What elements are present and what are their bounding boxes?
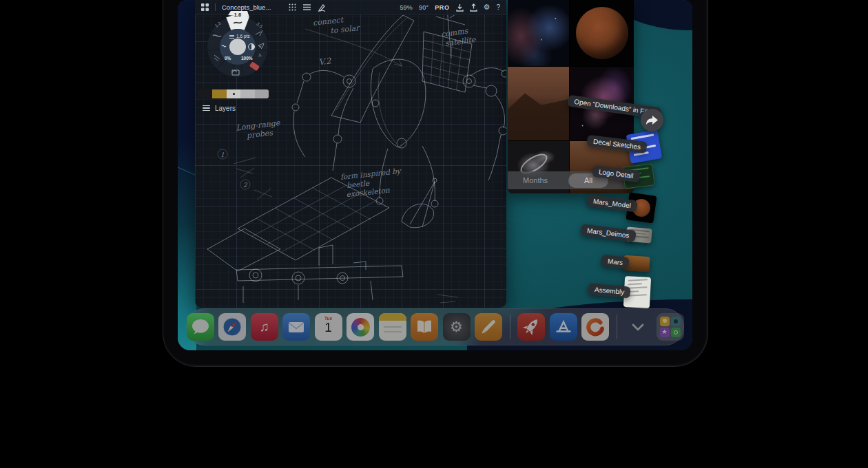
opacity-min: 0% — [225, 56, 231, 61]
layers-button[interactable]: Layers — [203, 104, 236, 112]
help-button[interactable]: ? — [496, 3, 500, 11]
export-share-icon[interactable] — [470, 3, 477, 12]
music-note-glyph: ♫ — [251, 313, 278, 341]
ipad-screen: 1 2 connect to solar comms satellite V.2… — [178, 0, 692, 350]
drag-label-mars[interactable]: Mars — [601, 255, 630, 269]
annotation-version: V.2 — [318, 56, 333, 67]
calendar-app-icon[interactable]: Tue 1 — [315, 313, 342, 341]
photo-mars-landscape[interactable] — [508, 67, 569, 140]
selected-brush-size: 1.6 — [234, 12, 241, 18]
pen-tool-icon[interactable] — [318, 3, 326, 12]
drop-forward-button[interactable] — [641, 109, 663, 131]
months-tab[interactable]: Months — [523, 176, 548, 184]
concepts-app-window: 1 2 connect to solar comms satellite V.2… — [195, 0, 506, 308]
wallpaper-left-strip — [178, 0, 196, 350]
photo-nebula[interactable] — [508, 0, 569, 66]
concepts-app-icon[interactable] — [581, 313, 609, 341]
rocket-app-icon[interactable] — [517, 313, 545, 341]
music-app-icon[interactable]: ♫ — [251, 313, 278, 341]
swatch-black[interactable] — [198, 89, 212, 98]
swatch-light-gray[interactable] — [227, 89, 240, 98]
page-background: 1 2 connect to solar comms satellite V.2… — [0, 0, 868, 468]
pro-badge[interactable]: PRO — [435, 4, 449, 11]
photos-app-icon[interactable] — [347, 313, 374, 341]
dock: ♫ Tue 1 ⚙ — [186, 308, 684, 345]
brush-tool-wheel[interactable]: 1.6 1.3 3.5 A 1.6 pts — [203, 8, 272, 80]
books-app-icon[interactable] — [411, 313, 438, 341]
swatch-dark-gray[interactable] — [255, 89, 269, 98]
dock-divider — [617, 315, 617, 339]
settings-app-icon[interactable]: ⚙ — [443, 313, 471, 341]
rotation-angle[interactable]: 90° — [419, 4, 428, 11]
app-library-mini-star — [660, 328, 670, 337]
app-library-mini-tips — [660, 317, 670, 326]
app-library-icon[interactable] — [657, 313, 684, 341]
dock-collapse-chevron[interactable] — [624, 313, 652, 341]
mail-app-icon[interactable] — [282, 313, 310, 341]
selected-swatch-dot — [233, 93, 235, 95]
import-icon[interactable] — [456, 3, 464, 12]
swatch-gray[interactable] — [240, 89, 254, 98]
layers-menu-icon — [203, 104, 210, 112]
drag-handle-dots-icon[interactable] — [289, 3, 296, 11]
app-library-mini-camera — [671, 317, 681, 326]
dock-divider — [510, 315, 510, 339]
sketch-pen-app-icon[interactable] — [475, 313, 502, 341]
layers-label: Layers — [215, 105, 236, 112]
notes-app-icon[interactable] — [379, 313, 406, 341]
annotation-form: form inspired by — [340, 167, 402, 182]
color-swatch-bar[interactable] — [198, 89, 269, 98]
photo-mars-planet[interactable] — [570, 0, 634, 66]
zoom-level[interactable]: 59% — [400, 4, 413, 11]
stroke-width-label: 1.6 pts — [236, 34, 250, 39]
swatch-gold[interactable] — [212, 89, 226, 98]
app-store-icon[interactable] — [550, 313, 577, 341]
photos-flower-glyph — [351, 318, 370, 337]
circled-note-2: 2 — [243, 182, 248, 189]
opacity-max: 100% — [241, 56, 253, 61]
chevron-down-icon — [633, 325, 643, 330]
forward-arrow-icon — [645, 115, 659, 125]
calendar-day: 1 — [315, 320, 342, 335]
settings-gear-icon[interactable]: ⚙ — [484, 3, 490, 11]
circled-note-1: 1 — [220, 151, 225, 158]
layer-stack-icon[interactable] — [302, 3, 311, 11]
gear-glyph: ⚙ — [443, 313, 471, 341]
safari-app-icon[interactable] — [218, 313, 246, 341]
messages-app-icon[interactable] — [187, 313, 214, 341]
app-library-mini-clock — [671, 328, 681, 337]
